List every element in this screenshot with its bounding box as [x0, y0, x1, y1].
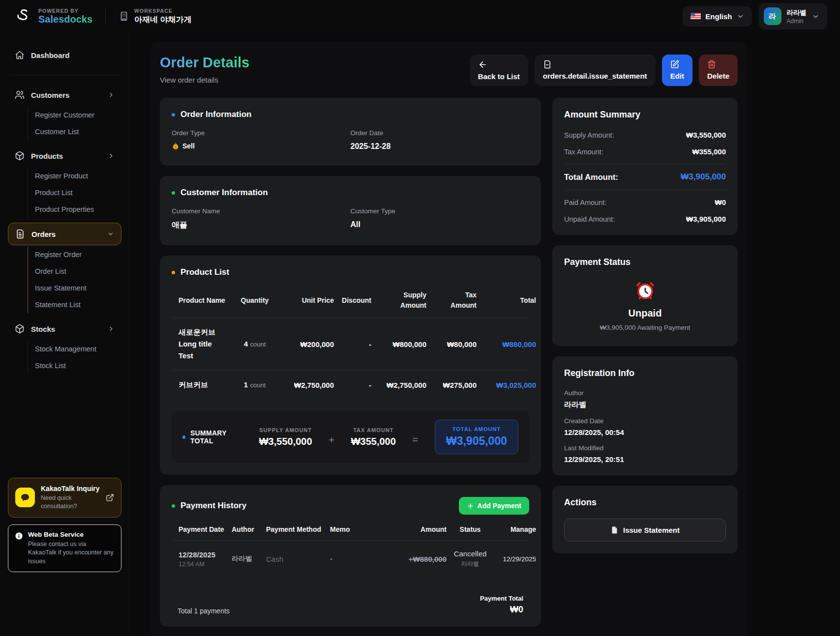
products-sublist: Register Product Product List Product Pr… — [28, 168, 121, 218]
sidebar-item-stocks[interactable]: Stocks — [8, 318, 121, 340]
registration-info-card: Registration Info Author 라라벨 Created Dat… — [552, 356, 738, 475]
chevron-right-icon — [108, 325, 115, 332]
author-label: Author — [564, 389, 726, 397]
supply-amount: ₩800,000 — [371, 340, 426, 348]
sidebar-subitem-statement-list[interactable]: Statement List — [28, 296, 121, 313]
chevron-right-icon — [108, 91, 115, 98]
quantity-number: 1 — [244, 380, 248, 389]
sidebar-subitem-register-product[interactable]: Register Product — [28, 168, 121, 184]
created-date-value: 12/28/2025, 00:54 — [564, 428, 726, 436]
payment-status-title: Payment Status — [564, 257, 726, 267]
col-manage: Manage — [494, 525, 536, 540]
sidebar-subitem-stock-list[interactable]: Stock List — [28, 357, 121, 374]
summary-total-label: SUMMARY TOTAL — [190, 429, 242, 445]
delete-label: Delete — [707, 72, 729, 80]
order-type-value: $ Sell — [172, 142, 351, 150]
col-discount: Discount — [334, 296, 371, 304]
amount-summary-card: Amount Summary Supply Amount:₩3,550,000 … — [552, 98, 738, 235]
chevron-down-icon — [812, 13, 819, 20]
stocks-sublist: Stock Management Stock List — [28, 341, 121, 374]
package-icon — [15, 324, 25, 334]
sidebar-subitem-register-order[interactable]: Register Order — [28, 246, 121, 263]
beta-description: Please contact us via KakaoTalk if you e… — [28, 540, 115, 566]
supply-amount-value: ₩3,550,000 — [686, 131, 726, 139]
summary-tax-value: ₩355,000 — [351, 436, 396, 447]
sidebar-subitem-product-list[interactable]: Product List — [28, 184, 121, 201]
page-subtitle: View order details — [160, 76, 249, 84]
user-menu[interactable]: 라 라라벨 Admin — [759, 3, 828, 29]
created-date-label: Created Date — [564, 417, 726, 425]
chevron-down-icon — [107, 231, 114, 237]
quantity-number: 4 — [244, 340, 248, 348]
back-to-list-label: Back to List — [478, 72, 520, 81]
avatar: 라 — [764, 7, 781, 25]
payment-status-value: Unpaid — [564, 308, 726, 319]
col-memo: Memo — [330, 525, 372, 540]
payment-date-value: 12/28/2025 — [179, 550, 232, 559]
payment-total-block: Payment Total ₩0 — [480, 595, 523, 615]
summary-tax-label: TAX AMOUNT — [351, 427, 396, 433]
money-bag-icon: $ — [172, 142, 180, 150]
sidebar-subitem-register-customer[interactable]: Register Customer — [28, 107, 121, 123]
sidebar-item-label: Dashboard — [31, 51, 69, 59]
unit-price: ₩2,750,000 — [274, 381, 334, 389]
discount: - — [334, 340, 371, 348]
web-beta-service-card: Web Beta Service Please contact us via K… — [8, 524, 121, 573]
issue-statement-key-button[interactable]: orders.detail.issue_statement — [535, 55, 656, 86]
external-link-icon — [106, 493, 114, 502]
back-to-list-button[interactable]: Back to List — [470, 55, 528, 86]
payment-method: Cash — [266, 555, 330, 563]
sidebar-subitem-customer-list[interactable]: Customer List — [28, 123, 121, 140]
workspace-name: 아재네 야채가게 — [134, 15, 191, 25]
discount: - — [334, 381, 371, 389]
sidebar-item-dashboard[interactable]: Dashboard — [8, 44, 121, 66]
unpaid-amount-value: ₩3,905,000 — [686, 215, 726, 223]
sidebar-subitem-issue-statement[interactable]: Issue Statement — [28, 280, 121, 296]
kakaotalk-inquiry-card[interactable]: KakaoTalk Inquiry Need quick consultatio… — [8, 478, 121, 518]
col-payment-method: Payment Method — [266, 525, 330, 540]
payment-status-card: Payment Status Unpaid ₩3,905,000 Awaitin… — [552, 245, 738, 346]
payment-status-cell: Cancelled 라라벨 — [447, 549, 494, 568]
issue-statement-button[interactable]: Issue Statement — [564, 519, 726, 542]
language-selector[interactable]: English — [683, 6, 751, 27]
trash-icon — [707, 60, 716, 69]
file-text-icon — [15, 229, 25, 239]
payment-history-title: Payment History — [180, 501, 246, 511]
payment-status-detail: ₩3,905,000 Awaiting Payment — [564, 324, 726, 331]
kakaotalk-icon — [15, 488, 35, 507]
product-table-header: Product Name Quantity Unit Price Discoun… — [172, 290, 529, 318]
orders-sublist: Register Order Order List Issue Statemen… — [28, 246, 121, 313]
payment-table: Payment Date Author Payment Method Memo … — [172, 525, 529, 577]
sidebar-subitem-product-properties[interactable]: Product Properties — [28, 201, 121, 218]
sidebar-item-label: Orders — [31, 230, 56, 238]
delete-button[interactable]: Delete — [699, 55, 738, 86]
supply-amount: ₩2,750,000 — [371, 381, 426, 389]
payment-manage: 12/29/2025 — [494, 555, 536, 563]
sidebar-item-products[interactable]: Products — [8, 145, 121, 167]
sidebar-item-orders[interactable]: Orders — [8, 223, 121, 245]
topbar: POWERED BY Salesdocks WORKSPACE 아재네 야채가게 — [0, 0, 840, 32]
tax-amount-label: Tax Amount: — [564, 148, 603, 156]
page-title: Order Details — [160, 55, 249, 71]
product-list-card: Product List Product Name Quantity Unit … — [160, 256, 541, 475]
col-tax-amount: Tax Amount — [442, 290, 477, 311]
payment-table-header: Payment Date Author Payment Method Memo … — [172, 525, 529, 540]
payment-row: 12/28/2025 12:54 AM 라라벨 Cash - +₩880,000… — [172, 540, 529, 577]
workspace-label: WORKSPACE — [134, 8, 191, 14]
equals-operator: = — [413, 434, 418, 445]
blue-dot-icon — [182, 435, 185, 439]
orange-dot-icon — [172, 271, 175, 274]
language-label: English — [705, 12, 732, 21]
sidebar-subitem-order-list[interactable]: Order List — [28, 263, 121, 280]
add-payment-button[interactable]: Add Payment — [459, 497, 529, 515]
sidebar-divider — [10, 75, 120, 75]
sidebar-item-label: Customers — [31, 91, 69, 99]
home-icon — [15, 50, 25, 60]
sidebar-subitem-stock-management[interactable]: Stock Management — [28, 341, 121, 357]
sidebar-item-customers[interactable]: Customers — [8, 84, 121, 106]
arrow-left-icon — [478, 60, 487, 69]
last-modified-value: 12/29/2025, 20:51 — [564, 455, 726, 463]
brand: POWERED BY Salesdocks — [14, 7, 92, 26]
edit-button[interactable]: Edit — [662, 55, 692, 86]
info-icon — [15, 532, 23, 566]
